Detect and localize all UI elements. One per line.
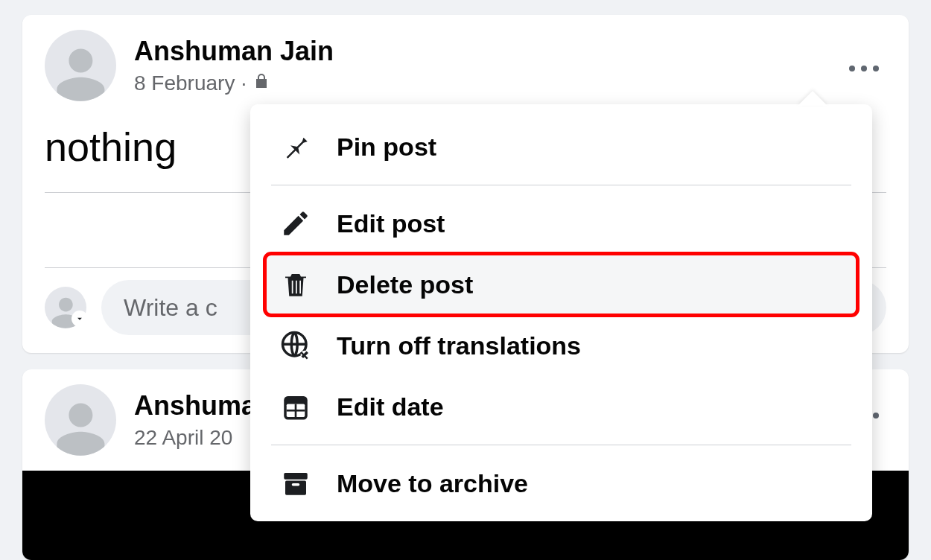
menu-item-label: Edit date: [337, 392, 444, 421]
more-button[interactable]: [849, 66, 879, 71]
svg-rect-9: [284, 473, 308, 480]
svg-rect-11: [292, 483, 300, 486]
lock-icon: [252, 71, 270, 95]
menu-item-delete-post[interactable]: Delete post: [265, 254, 857, 315]
post-date[interactable]: 8 February: [134, 71, 235, 95]
menu-item-label: Turn off translations: [337, 331, 581, 360]
pin-icon: [280, 131, 311, 162]
post-meta: 8 February ·: [134, 71, 334, 95]
post-header-info: Anshuman Jain 8 February ·: [134, 36, 334, 95]
globe-icon: [280, 330, 311, 361]
trash-icon: [280, 269, 311, 300]
post-header: Anshuman Jain 8 February ·: [22, 15, 909, 109]
avatar[interactable]: [45, 384, 116, 456]
menu-item-label: Edit post: [337, 209, 445, 238]
dots-icon: [861, 66, 867, 71]
svg-rect-10: [285, 481, 306, 495]
menu-divider: [271, 185, 851, 185]
menu-item-label: Move to archive: [337, 469, 528, 498]
meta-separator: ·: [241, 71, 247, 95]
menu-item-move-to-archive[interactable]: Move to archive: [265, 453, 857, 514]
person-icon: [52, 398, 109, 456]
post-date[interactable]: 22 April 20: [134, 426, 232, 450]
dots-icon: [873, 66, 879, 71]
more-button[interactable]: [873, 413, 879, 419]
avatar-wrap: [45, 287, 86, 328]
pencil-icon: [280, 208, 311, 239]
menu-divider: [271, 445, 851, 445]
calendar-icon: [280, 391, 311, 422]
chevron-down-icon[interactable]: [72, 311, 88, 327]
avatar[interactable]: [45, 30, 116, 101]
dots-icon: [849, 66, 855, 71]
dots-icon: [873, 413, 879, 419]
menu-item-label: Pin post: [337, 133, 436, 162]
menu-item-edit-post[interactable]: Edit post: [265, 193, 857, 254]
person-icon: [52, 44, 109, 101]
archive-icon: [280, 468, 311, 499]
post-header-info: Anshuma 22 April 20: [134, 390, 256, 450]
menu-item-pin-post[interactable]: Pin post: [265, 116, 857, 177]
comment-placeholder: Write a c: [124, 294, 217, 322]
menu-item-label: Delete post: [337, 270, 473, 299]
post-meta: 22 April 20: [134, 426, 256, 450]
author-name[interactable]: Anshuma: [134, 390, 256, 421]
author-name[interactable]: Anshuman Jain: [134, 36, 334, 67]
post-options-menu: Pin post Edit post Delete post Turn off …: [250, 104, 872, 521]
menu-item-edit-date[interactable]: Edit date: [265, 376, 857, 437]
menu-item-turn-off-translations[interactable]: Turn off translations: [265, 315, 857, 376]
